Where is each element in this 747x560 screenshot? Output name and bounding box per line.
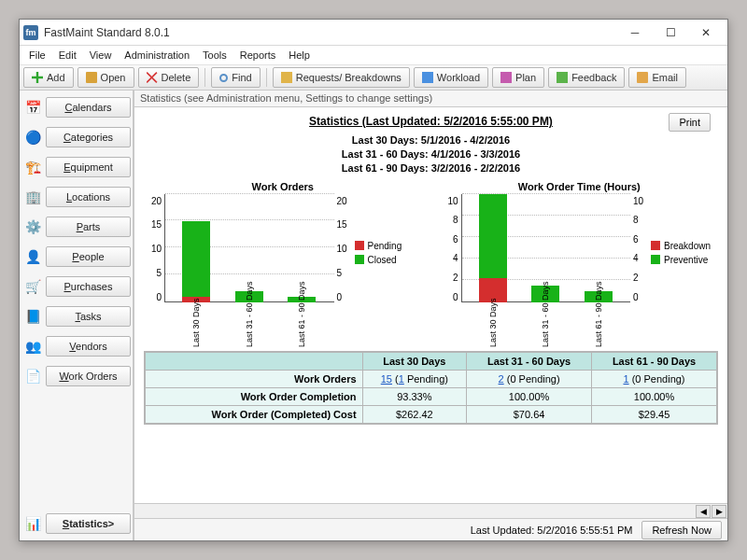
menu-tools[interactable]: Tools	[197, 48, 233, 63]
hint-text: Statistics (see Administration menu, Set…	[134, 91, 727, 107]
search-icon	[219, 74, 228, 82]
sidebar-icon: 📄	[21, 366, 44, 386]
menu-view[interactable]: View	[84, 48, 118, 63]
sidebar-icon: ⚙️	[21, 217, 44, 237]
chart-title: Work Orders	[144, 181, 422, 192]
table-row: Work Orders15 (1 Pending)2 (0 Pending)1 …	[146, 370, 717, 387]
sidebar-item-equipment[interactable]: Equipment	[46, 157, 131, 177]
table-row: Work Order (Completed) Cost$262.42$70.64…	[146, 405, 717, 423]
stats-link[interactable]: 1	[399, 373, 404, 385]
window-title: FastMaint Standard 8.0.1	[44, 26, 617, 39]
chart-title: Work Order Time (Hours)	[441, 181, 719, 192]
folder-icon	[86, 72, 97, 83]
add-button[interactable]: Add	[23, 67, 74, 88]
sidebar-item-work-orders[interactable]: Work Orders	[46, 366, 131, 386]
table-header: Last 61 - 90 Days	[592, 352, 717, 370]
sidebar-icon: 🔵	[21, 127, 44, 147]
chart-legend: BreakdownPreventive	[651, 194, 718, 323]
plan-icon	[500, 72, 512, 83]
plan-button[interactable]: Plan	[492, 67, 544, 88]
charts-row: Work Orders20151050Last 30 DaysLast 31 -…	[144, 181, 718, 323]
menu-file[interactable]: File	[23, 48, 51, 63]
horizontal-scrollbar[interactable]: ◀ ▶	[134, 503, 727, 518]
sidebar-item-parts[interactable]: Parts	[46, 217, 131, 237]
refresh-button[interactable]: Refresh Now	[641, 521, 722, 539]
sidebar-row: 📅Calendars	[21, 94, 131, 120]
sidebar-item-locations[interactable]: Locations	[46, 187, 131, 207]
table-row: Work Order Completion93.33%100.00%100.00…	[146, 387, 717, 405]
sidebar-icon: 📊	[21, 513, 44, 534]
last-updated-label: Last Updated: 5/2/2016 5:55:51 PM	[471, 525, 633, 536]
body: 📅Calendars🔵Categories🏗️Equipment🏢Locatio…	[20, 91, 727, 540]
stats-link[interactable]: 1	[623, 373, 628, 385]
table-header: Last 31 - 60 Days	[467, 352, 592, 370]
maximize-button[interactable]: ☐	[653, 22, 688, 43]
stats-link[interactable]: 2	[499, 373, 504, 385]
toolbar: Add Open Delete Find Requests/ Breakdown…	[20, 64, 727, 91]
statistics-title: Statistics (Last Updated: 5/2/2016 5:55:…	[144, 115, 718, 128]
workload-icon	[422, 72, 433, 83]
sidebar-row: 👤People	[21, 244, 131, 270]
chart-work-orders: Work Orders20151050Last 30 DaysLast 31 -…	[144, 181, 422, 323]
sidebar-item-vendors[interactable]: Vendors	[46, 336, 131, 357]
titlebar: fm FastMaint Standard 8.0.1 ─ ☐ ✕	[20, 20, 727, 46]
close-button[interactable]: ✕	[688, 22, 724, 43]
sidebar-row: 🏗️Equipment	[21, 154, 131, 180]
menu-administration[interactable]: Administration	[119, 48, 195, 63]
table-header: Last 30 Days	[362, 352, 467, 370]
email-icon	[637, 72, 648, 83]
sidebar-icon: 🛒	[21, 276, 44, 297]
find-button[interactable]: Find	[211, 67, 260, 88]
sidebar-row: 🏢Locations	[21, 184, 131, 210]
bar-column	[479, 194, 507, 302]
menu-reports[interactable]: Reports	[234, 48, 282, 63]
sidebar-item-calendars[interactable]: Calendars	[46, 97, 131, 118]
sidebar-item-statistics-[interactable]: Statistics>	[46, 513, 131, 534]
status-bar: Last Updated: 5/2/2016 5:55:51 PM Refres…	[134, 518, 727, 540]
table-header	[146, 352, 363, 370]
feedback-icon	[557, 72, 568, 83]
scroll-right-button[interactable]: ▶	[712, 505, 726, 518]
menu-bar: File Edit View Administration Tools Repo…	[20, 46, 727, 64]
print-button[interactable]: Print	[669, 113, 711, 132]
app-window: fm FastMaint Standard 8.0.1 ─ ☐ ✕ File E…	[19, 19, 728, 541]
main-panel: Statistics (see Administration menu, Set…	[134, 91, 727, 540]
menu-help[interactable]: Help	[283, 48, 316, 63]
sidebar-item-categories[interactable]: Categories	[46, 127, 131, 147]
content-area: Print Statistics (Last Updated: 5/2/2016…	[134, 107, 727, 503]
sidebar: 📅Calendars🔵Categories🏗️Equipment🏢Locatio…	[20, 91, 134, 540]
sidebar-item-tasks[interactable]: Tasks	[46, 306, 131, 327]
sidebar-icon: 📅	[21, 97, 44, 118]
workload-button[interactable]: Workload	[414, 67, 488, 88]
chart-work-order-time-hours-: Work Order Time (Hours)1086420Last 30 Da…	[441, 181, 719, 323]
open-button[interactable]: Open	[78, 67, 134, 88]
sidebar-icon: 📘	[21, 306, 44, 327]
email-button[interactable]: Email	[628, 67, 686, 88]
sidebar-item-purchases[interactable]: Purchases	[46, 276, 131, 297]
sidebar-row: 🛒Purchases	[21, 273, 131, 300]
date-ranges: Last 30 Days: 5/1/2016 - 4/2/2016Last 31…	[144, 133, 718, 175]
stats-table: Last 30 DaysLast 31 - 60 DaysLast 61 - 9…	[144, 351, 718, 425]
minimize-button[interactable]: ─	[617, 22, 653, 43]
delete-button[interactable]: Delete	[138, 67, 200, 88]
feedback-button[interactable]: Feedback	[548, 67, 625, 88]
bar-column	[182, 221, 210, 302]
sidebar-icon: 🏢	[21, 187, 44, 207]
sidebar-row: ⚙️Parts	[21, 214, 131, 240]
x-icon	[147, 72, 158, 83]
requests-button[interactable]: Requests/ Breakdowns	[273, 67, 410, 88]
sidebar-icon: 👥	[21, 336, 44, 357]
sidebar-icon: 👤	[21, 246, 44, 267]
window-buttons: ─ ☐ ✕	[617, 22, 724, 43]
sidebar-item-people[interactable]: People	[46, 246, 131, 267]
sidebar-icon: 🏗️	[21, 157, 44, 177]
stats-link[interactable]: 15	[381, 373, 392, 385]
sidebar-row: 👥Vendors	[21, 333, 131, 359]
plus-icon	[32, 72, 43, 83]
scroll-left-button[interactable]: ◀	[696, 505, 711, 518]
request-icon	[281, 72, 292, 83]
sidebar-row: 📊Statistics>	[21, 511, 131, 537]
sidebar-row: 🔵Categories	[21, 124, 131, 150]
sidebar-row: 📘Tasks	[21, 303, 131, 329]
menu-edit[interactable]: Edit	[53, 48, 82, 63]
